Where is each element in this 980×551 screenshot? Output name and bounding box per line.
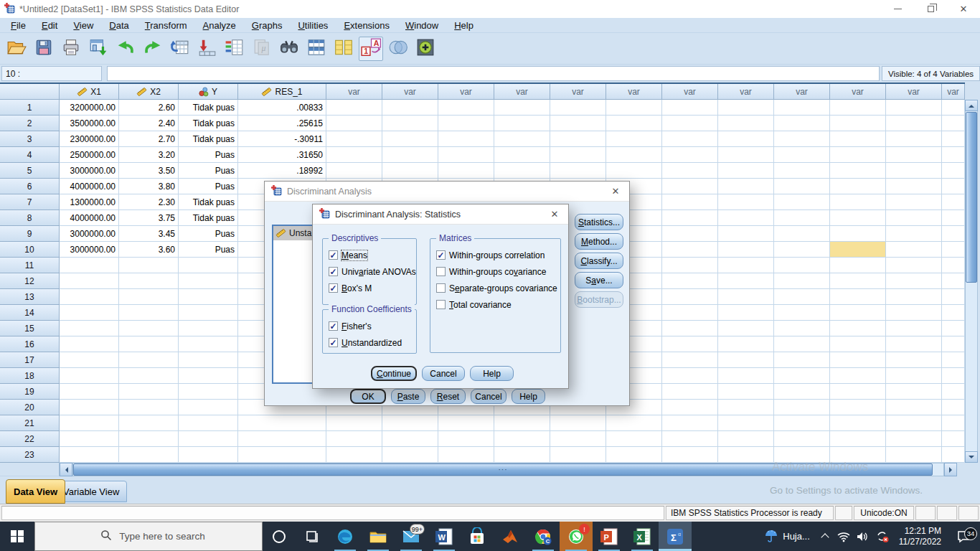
grid-cell[interactable] [830,226,886,242]
grid-cell[interactable] [60,400,119,415]
grid-cell[interactable] [718,415,774,431]
toolbar-show-all-variables-button[interactable] [413,37,438,61]
taskbar-matlab-button[interactable] [494,522,527,551]
grid-cell[interactable] [830,384,886,400]
grid-cell[interactable] [119,321,179,336]
task-view-button[interactable] [296,522,329,551]
column-header-var[interactable]: var [718,84,774,100]
grid-cell[interactable] [942,100,965,116]
grid-cell[interactable] [718,368,774,384]
grid-cell[interactable] [830,400,886,415]
grid-cell[interactable] [774,258,830,273]
grid-cell[interactable] [60,273,119,289]
toolbar-undo-button[interactable] [113,37,138,61]
cancel-button[interactable]: Cancel [422,366,465,381]
grid-cell[interactable] [662,384,718,400]
grid-cell[interactable] [662,305,718,321]
grid-cell[interactable]: 3.45 [119,226,179,242]
grid-cell[interactable] [550,447,606,463]
column-header-var[interactable]: var [550,84,606,100]
grid-cell[interactable] [942,431,965,447]
grid-cell[interactable] [60,289,119,305]
help-button[interactable]: Help [470,366,514,381]
grid-cell[interactable]: Tidak puas [179,131,238,147]
row-header-12[interactable]: 12 [0,273,60,289]
grid-cell[interactable]: 3000000.00 [60,226,119,242]
cancel-button[interactable]: Cancel [471,389,507,404]
grid-cell[interactable] [886,415,942,431]
toolbar-insert-variable-button[interactable] [331,37,356,61]
grid-cell[interactable] [238,447,326,463]
column-header-var[interactable]: var [662,84,718,100]
taskbar-edge-button[interactable] [329,522,362,551]
row-header-14[interactable]: 14 [0,305,60,321]
grid-cell[interactable] [60,384,119,400]
grid-cell[interactable] [886,163,942,179]
grid-cell[interactable] [179,431,238,447]
taskbar-whatsapp-button[interactable]: ! [560,522,593,551]
row-header-9[interactable]: 9 [0,226,60,242]
grid-cell[interactable] [830,179,886,194]
grid-cell[interactable] [119,384,179,400]
taskbar-chrome-button[interactable]: C [527,522,560,551]
statistics-button[interactable]: Statistics... [575,214,623,230]
grid-cell[interactable] [774,368,830,384]
grid-cell[interactable] [606,163,662,179]
grid-cell[interactable] [494,163,550,179]
continue-button[interactable]: Continue [371,366,417,381]
column-header-var[interactable]: var [606,84,662,100]
grid-cell[interactable] [830,116,886,131]
grid-cell[interactable] [886,368,942,384]
grid-cell[interactable]: .00833 [238,100,326,116]
grid-cell[interactable] [942,163,965,179]
grid-cell[interactable] [662,226,718,242]
grid-cell[interactable] [662,352,718,368]
row-header-15[interactable]: 15 [0,321,60,336]
grid-cell[interactable] [942,210,965,226]
grid-cell[interactable]: 2.60 [119,100,179,116]
grid-cell[interactable] [494,116,550,131]
grid-cell[interactable] [774,226,830,242]
column-header-x1[interactable]: X1 [60,84,119,100]
grid-cell[interactable] [886,116,942,131]
grid-cell[interactable] [438,131,494,147]
grid-cell[interactable] [774,321,830,336]
taskbar-mail-button[interactable]: 99+ [395,522,428,551]
grid-cell[interactable] [774,131,830,147]
grid-cell[interactable] [119,431,179,447]
grid-cell[interactable] [662,179,718,194]
grid-cell[interactable] [662,273,718,289]
grid-cell[interactable] [830,289,886,305]
grid-cell[interactable] [886,242,942,258]
grid-cell[interactable] [774,415,830,431]
grid-cell[interactable] [886,179,942,194]
volume-button[interactable] [853,531,872,542]
grid-cell[interactable] [438,116,494,131]
row-header-4[interactable]: 4 [0,147,60,163]
grid-cell[interactable] [942,179,965,194]
grid-cell[interactable] [60,258,119,273]
grid-cell[interactable] [942,273,965,289]
grid-cell[interactable] [179,384,238,400]
grid-cell[interactable] [179,368,238,384]
toolbar-goto-case-button[interactable] [168,37,192,61]
menu-graphs[interactable]: Graphs [244,19,291,32]
grid-cell[interactable]: 4000000.00 [60,179,119,194]
row-header-7[interactable]: 7 [0,194,60,210]
grid-cell[interactable] [718,100,774,116]
grid-cell[interactable] [718,226,774,242]
grid-cell[interactable] [60,336,119,352]
grid-cell[interactable] [942,352,965,368]
grid-cell[interactable]: 2500000.00 [60,147,119,163]
grid-cell[interactable] [382,147,438,163]
grid-cell[interactable]: 2.30 [119,194,179,210]
wifi-button[interactable] [834,531,853,542]
grid-cell[interactable] [774,147,830,163]
row-header-5[interactable]: 5 [0,163,60,179]
toolbar-value-labels-button[interactable]: 1A [359,37,383,61]
minimize-button[interactable] [881,0,914,18]
grid-cell[interactable] [774,305,830,321]
grid-cell[interactable] [830,352,886,368]
grid-cell[interactable] [60,352,119,368]
grid-corner-cell[interactable] [0,84,60,100]
